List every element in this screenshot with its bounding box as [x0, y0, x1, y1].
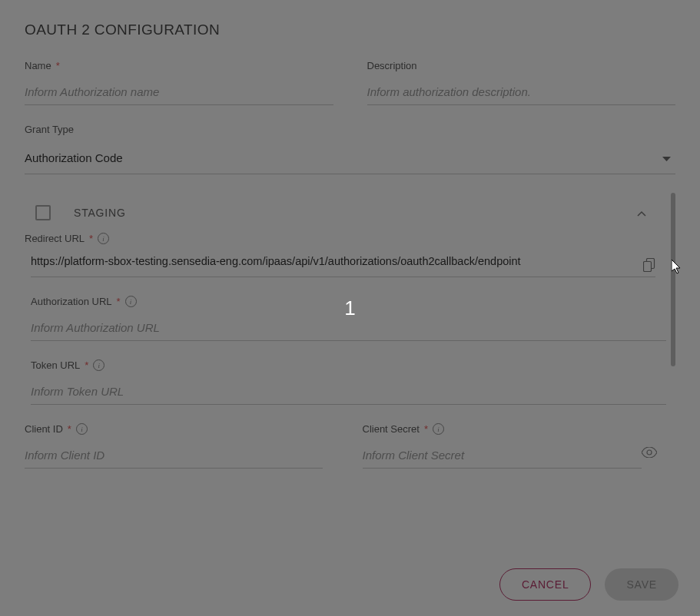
grant-type-value: Authorization Code [25, 151, 123, 164]
description-field-container: Description [367, 60, 676, 105]
required-indicator: * [85, 359, 88, 371]
name-field-container: Name * [25, 60, 333, 105]
scrollbar[interactable] [671, 193, 675, 366]
grant-type-label: Grant Type [25, 124, 74, 135]
name-label: Name [25, 60, 51, 71]
save-button[interactable]: SAVE [605, 568, 678, 601]
client-secret-field-container: Client Secret * i [363, 423, 661, 469]
token-url-field-container: Token URL * i [31, 359, 666, 405]
info-icon[interactable]: i [93, 359, 105, 371]
grant-type-select[interactable]: Authorization Code [25, 143, 675, 174]
client-id-field-container: Client ID * i [25, 423, 323, 469]
svg-rect-1 [644, 262, 652, 272]
redirect-url-field-container: Redirect URL * i https://platform-sbox-t… [25, 233, 660, 277]
info-icon[interactable]: i [76, 423, 88, 435]
required-indicator: * [89, 233, 93, 244]
authorization-url-label: Authorization URL [31, 296, 112, 307]
grant-type-field-container: Grant Type Authorization Code [25, 124, 675, 174]
chevron-up-icon[interactable] [637, 206, 646, 220]
staging-label: STAGING [74, 207, 126, 219]
staging-section-header[interactable]: STAGING [25, 193, 660, 233]
overlay-step-number: 1 [344, 296, 355, 320]
required-indicator: * [117, 296, 121, 307]
required-indicator: * [56, 60, 60, 71]
info-icon[interactable]: i [433, 423, 444, 435]
description-input[interactable] [367, 79, 676, 105]
staging-checkbox[interactable] [35, 205, 51, 220]
client-id-input[interactable] [25, 442, 323, 469]
name-input[interactable] [25, 79, 333, 105]
description-label: Description [367, 60, 417, 71]
svg-point-2 [647, 450, 652, 455]
token-url-label: Token URL [31, 359, 80, 371]
client-secret-label: Client Secret [363, 423, 420, 435]
token-url-input[interactable] [31, 379, 666, 405]
eye-icon[interactable] [642, 447, 657, 461]
copy-icon[interactable] [643, 258, 655, 275]
info-icon[interactable]: i [98, 233, 109, 244]
required-indicator: * [68, 423, 71, 435]
client-secret-input[interactable] [363, 442, 642, 469]
cancel-button[interactable]: CANCEL [499, 568, 592, 601]
client-id-label: Client ID [25, 423, 63, 435]
required-indicator: * [424, 423, 428, 435]
page-title: OAUTH 2 CONFIGURATION [25, 22, 675, 38]
redirect-url-value: https://platform-sbox-testing.sensedia-e… [31, 252, 629, 275]
cursor-icon [672, 260, 682, 278]
redirect-url-label: Redirect URL [25, 233, 85, 244]
info-icon[interactable]: i [125, 296, 137, 307]
dropdown-icon [662, 151, 671, 164]
